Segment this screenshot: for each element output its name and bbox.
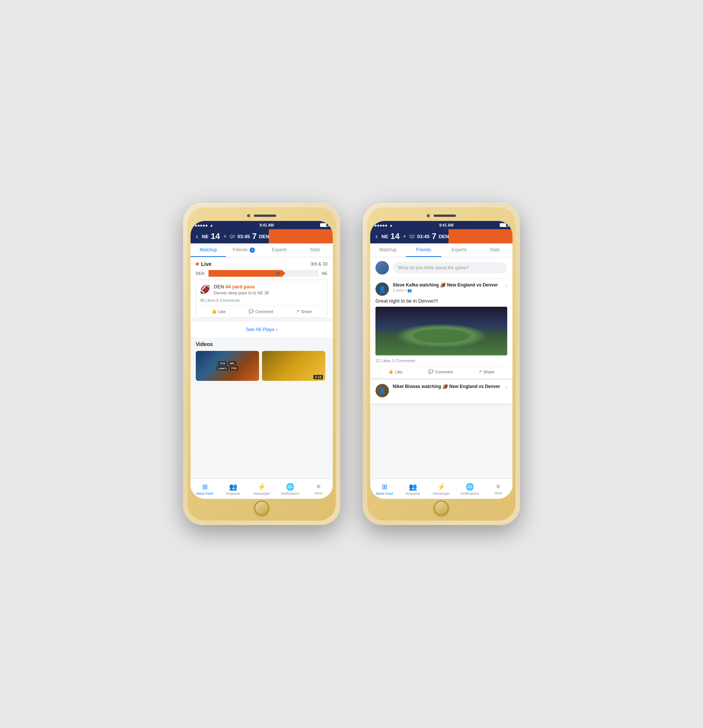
tab-experts-2[interactable]: Experts	[441, 243, 477, 257]
play-info-1: DEN 44 yard pass Denver deep pass to to …	[214, 284, 269, 295]
user-avatar-2	[375, 261, 389, 274]
tab-matchup-1[interactable]: Matchup	[191, 243, 226, 257]
nav-newsfeed-1[interactable]: ⊞ News Feed	[191, 479, 219, 499]
more-icon-1: ≡	[317, 483, 321, 491]
home-button-1[interactable]	[254, 501, 269, 516]
like-button-1[interactable]: 👍 Like	[211, 309, 226, 314]
newsfeed-icon-2: ⊞	[382, 483, 387, 491]
steve-avatar: 👤	[375, 282, 389, 296]
comment-icon-p1: 💬	[428, 369, 433, 374]
battery-icon-2	[500, 223, 508, 227]
score1-1: 14	[211, 232, 220, 240]
football-icon-1: 🏈	[200, 285, 210, 294]
nav-more-2[interactable]: ≡ More	[484, 479, 512, 499]
live-indicator-1	[224, 235, 226, 237]
team1-label-1: NE	[202, 234, 209, 239]
niket-author: Niket Biswas watching 🏈 New England vs D…	[393, 384, 502, 389]
fox-logo-1: FOX	[218, 361, 226, 365]
tab-friends-1[interactable]: Friends 4	[226, 243, 262, 257]
live-dot-1	[196, 263, 199, 266]
post1-stats: 12 Likes 2 Comments	[375, 358, 507, 363]
team2-label-2: DEN	[439, 234, 449, 239]
team1-label-2: NE	[381, 234, 388, 239]
play-desc-1: Denver deep pass to to NE 38	[214, 291, 269, 295]
messenger-icon-2: ⚡	[437, 483, 445, 491]
tab-stats-2[interactable]: Stats	[477, 243, 512, 257]
chevron-down-icon-1[interactable]: ›	[505, 282, 507, 288]
post-niket-biswas: 👤 Niket Biswas watching 🏈 New England vs…	[370, 380, 512, 406]
videos-section-1: Videos FOX NFL Lowe's FOX	[191, 337, 333, 385]
requests-icon-2: 👥	[409, 483, 417, 491]
field-bar-fill-1	[209, 270, 286, 277]
tabs-2: Matchup Friends Experts Stats	[370, 243, 512, 257]
steve-meta: Steve Kafka watching 🏈 New England vs De…	[393, 282, 502, 292]
lowes-logo-1: Lowe's	[217, 366, 228, 370]
steve-body: Great night to be in Denver!!!	[375, 298, 507, 304]
bottom-nav-2: ⊞ News Feed 👥 Requests ⚡ Messenger 🌐 Not…	[370, 479, 512, 499]
tab-stats-1[interactable]: Stats	[297, 243, 333, 257]
notifications-icon-2: 🌐	[466, 483, 474, 491]
status-time-1: 9:41 AM	[259, 223, 274, 227]
see-all-plays-btn[interactable]: See All Plays ›	[191, 321, 333, 337]
fox-logo-2: FOX	[230, 366, 238, 370]
score-header-1: ‹ NE 14 Q2 03:45 7 DEN	[191, 229, 333, 243]
video-thumb-1[interactable]: FOX NFL Lowe's FOX	[196, 351, 259, 381]
field-progress-1: DEN 50 NE	[196, 270, 328, 277]
nav-more-1[interactable]: ≡ More	[304, 479, 333, 499]
back-arrow-1[interactable]: ‹	[196, 233, 198, 240]
home-button-2[interactable]	[434, 501, 449, 516]
video-logos-2: Lowe's FOX	[217, 366, 238, 370]
play-stats-1: 48 Likes 6 Comments	[200, 298, 323, 303]
nav-messenger-1[interactable]: ⚡ Messenger	[247, 479, 276, 499]
camera-dot-2	[427, 214, 430, 217]
score2-1: 7	[252, 232, 256, 240]
comment-button-1[interactable]: 💬 Comment	[249, 309, 273, 314]
nav-notifications-1[interactable]: 🌐 Notifications	[276, 479, 304, 499]
camera-dot-1	[247, 214, 250, 217]
stadium-visual-1	[375, 307, 507, 355]
tab-matchup-2[interactable]: Matchup	[370, 243, 406, 257]
score1-2: 14	[390, 232, 399, 240]
chevron-down-icon-2[interactable]: ›	[505, 384, 507, 390]
share-icon-1: ↗	[296, 309, 299, 314]
status-bar-2: ▲ 9:41 AM	[370, 221, 512, 229]
videos-title-1: Videos	[196, 341, 328, 347]
game-clock-1: 03:45	[237, 234, 250, 239]
back-arrow-2[interactable]: ‹	[375, 233, 378, 240]
like-icon-p1: 👍	[388, 369, 393, 374]
home-button-area-2	[434, 499, 449, 518]
speaker-bar-1	[254, 215, 276, 217]
tab-experts-1[interactable]: Experts	[262, 243, 297, 257]
tab-friends-2[interactable]: Friends	[406, 243, 441, 257]
phone-screen-2: ▲ 9:41 AM ‹ NE 14 Q2 03:45 7 DEN	[370, 221, 512, 499]
live-indicator-2	[404, 235, 406, 237]
niket-meta: Niket Biswas watching 🏈 New England vs D…	[393, 384, 502, 389]
post1-share-btn[interactable]: ↗ Share	[478, 369, 494, 374]
phone-screen-1: ▲ 9:41 AM ‹ NE 14 Q2 03:45 7 DEN	[191, 221, 333, 499]
niket-avatar: 👤	[375, 384, 389, 397]
video-bg-1: FOX NFL Lowe's FOX	[196, 351, 259, 381]
compose-input-2[interactable]: What do you think about the game?	[393, 262, 507, 273]
field-team-left-1: DEN	[196, 271, 207, 276]
nav-requests-2[interactable]: 👥 Requests	[399, 479, 427, 499]
share-button-1[interactable]: ↗ Share	[296, 309, 312, 314]
bottom-nav-1: ⊞ News Feed 👥 Requests ⚡ Messenger 🌐 Not…	[191, 479, 333, 499]
nav-requests-1[interactable]: 👥 Requests	[219, 479, 247, 499]
post1-comment-btn[interactable]: 💬 Comment	[428, 369, 453, 374]
more-icon-2: ≡	[496, 483, 500, 491]
game-clock-2: 03:45	[417, 234, 429, 239]
stadium-image-1	[375, 307, 507, 355]
battery-icon-1	[320, 223, 328, 227]
nav-messenger-2[interactable]: ⚡ Messenger	[427, 479, 456, 499]
field-bar-1: 50	[209, 270, 319, 277]
play-card-1: 🏈 DEN 44 yard pass Denver deep pass to t…	[196, 280, 328, 318]
nav-notifications-2[interactable]: 🌐 Notifications	[456, 479, 484, 499]
video-thumb-2[interactable]: 0:16	[262, 351, 325, 381]
post1-like-btn[interactable]: 👍 Like	[388, 369, 402, 374]
signal-dots-2	[375, 223, 388, 227]
live-section-1: Live 3rd & 10 DEN 50 NE	[191, 257, 333, 318]
nav-newsfeed-2[interactable]: ⊞ News Feed	[370, 479, 399, 499]
notifications-icon-1: 🌐	[286, 483, 294, 491]
down-info-1: 3rd & 10	[311, 261, 328, 267]
nfl-logo-1: NFL	[228, 361, 237, 365]
